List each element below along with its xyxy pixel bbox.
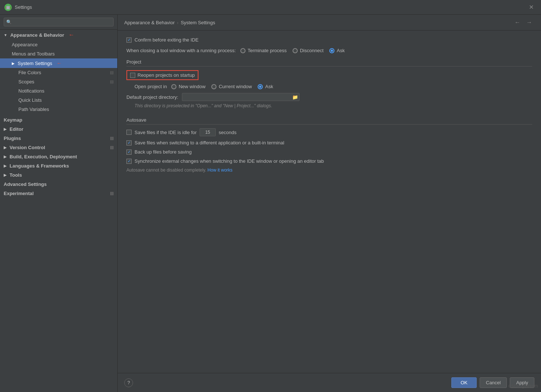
how-it-works-link[interactable]: How it works: [208, 168, 233, 173]
confirm-exit-checkbox-wrapper[interactable]: Confirm before exiting the IDE: [126, 37, 198, 43]
terminate-label: Terminate process: [248, 48, 287, 53]
open-in-label: Open project in: [135, 84, 167, 89]
save-idle-checkbox[interactable]: [126, 130, 132, 135]
ask-process-radio[interactable]: [329, 48, 334, 53]
default-dir-input[interactable]: [182, 93, 300, 101]
cancel-button[interactable]: Cancel: [480, 377, 507, 388]
disconnect-radio[interactable]: [293, 48, 298, 53]
exp-icon: ▤: [110, 191, 114, 196]
save-switch-label: Save files when switching to a different…: [135, 140, 284, 145]
sidebar-item-plugins[interactable]: Plugins ▤: [0, 134, 117, 143]
sidebar-item-keymap[interactable]: Keymap: [0, 115, 117, 125]
sidebar-item-advanced-settings[interactable]: Advanced Settings: [0, 180, 117, 189]
sidebar-item-scopes[interactable]: Scopes ▤: [0, 77, 117, 86]
sidebar-item-path-variables[interactable]: Path Variables: [0, 105, 117, 114]
forward-button[interactable]: →: [524, 18, 534, 26]
save-idle-row: Save files if the IDE is idle for 15 sec…: [126, 128, 532, 136]
red-arrow-2: ←: [57, 60, 62, 66]
disconnect-option[interactable]: Disconnect: [293, 48, 323, 53]
sidebar: 🔍 ▼ Appearance & Behavior ← Appearance M…: [0, 15, 118, 392]
sidebar-item-label: Editor: [10, 126, 24, 132]
vc-arrow: ▶: [4, 145, 7, 150]
save-idle-wrapper[interactable]: Save files if the IDE is idle for: [126, 130, 197, 135]
breadcrumb: Appearance & Behavior › System Settings …: [118, 15, 541, 30]
save-switch-row: Save files when switching to a different…: [126, 140, 532, 145]
breadcrumb-separator: ›: [177, 20, 178, 25]
sidebar-item-languages[interactable]: ▶ Languages & Frameworks: [0, 161, 117, 170]
sync-external-wrapper[interactable]: Synchronize external changes when switch…: [126, 158, 324, 164]
watermark: CSDN @秋知叶i: [508, 384, 538, 389]
window-title: Settings: [15, 4, 526, 10]
sidebar-item-label: Advanced Settings: [4, 181, 47, 187]
closing-process-label: When closing a tool window with a runnin…: [126, 48, 236, 53]
sidebar-item-file-colors[interactable]: File Colors ▤: [0, 68, 117, 77]
ok-button[interactable]: OK: [451, 377, 477, 388]
save-switch-checkbox[interactable]: [126, 140, 132, 145]
terminate-radio[interactable]: [240, 48, 246, 53]
backup-checkbox[interactable]: [126, 150, 132, 155]
sync-external-row: Synchronize external changes when switch…: [126, 158, 532, 164]
ask-process-option[interactable]: Ask: [329, 48, 345, 53]
sidebar-item-version-control[interactable]: ▶ Version Control ▤: [0, 143, 117, 152]
title-bar: 🤖 Settings ✕: [0, 0, 541, 15]
save-switch-wrapper[interactable]: Save files when switching to a different…: [126, 140, 284, 145]
breadcrumb-nav: ← →: [512, 18, 534, 26]
ask-open-option[interactable]: Ask: [258, 84, 273, 89]
sidebar-item-tools[interactable]: ▶ Tools: [0, 170, 117, 180]
confirm-exit-row: Confirm before exiting the IDE: [126, 37, 532, 43]
ask-open-radio[interactable]: [258, 84, 263, 89]
sidebar-item-label: Plugins: [4, 136, 21, 141]
sidebar-item-appearance[interactable]: Appearance: [0, 40, 117, 49]
current-window-option[interactable]: Current window: [211, 84, 252, 89]
default-dir-row: Default project directory: 📁: [126, 93, 532, 101]
sidebar-item-system-settings[interactable]: ▶ System Settings ←: [0, 58, 117, 68]
sidebar-item-editor[interactable]: ▶ Editor: [0, 125, 117, 134]
footer-left: ?: [124, 378, 133, 387]
tools-arrow: ▶: [4, 173, 7, 177]
sidebar-item-label: Appearance: [12, 42, 37, 47]
sidebar-item-menus-toolbars[interactable]: Menus and Toolbars: [0, 49, 117, 58]
sidebar-section-label: Appearance & Behavior: [10, 32, 64, 38]
current-window-radio[interactable]: [211, 84, 216, 89]
content-area: 🔍 ▼ Appearance & Behavior ← Appearance M…: [0, 15, 541, 392]
new-window-label: New window: [179, 84, 205, 89]
new-window-option[interactable]: New window: [171, 84, 205, 89]
red-arrow-indicator: ←: [69, 32, 75, 38]
sidebar-item-label: Experimental: [4, 191, 34, 196]
sync-external-checkbox[interactable]: [126, 159, 132, 164]
build-arrow: ▶: [4, 155, 7, 159]
terminate-option[interactable]: Terminate process: [240, 48, 287, 53]
back-button[interactable]: ←: [512, 18, 523, 26]
closing-process-row: When closing a tool window with a runnin…: [126, 48, 532, 53]
open-project-row: Open project in New window Current windo…: [126, 84, 532, 89]
sidebar-item-build[interactable]: ▶ Build, Execution, Deployment: [0, 152, 117, 161]
sidebar-item-label: Keymap: [4, 117, 22, 123]
search-input[interactable]: [4, 18, 114, 26]
close-button[interactable]: ✕: [526, 2, 537, 12]
new-window-radio[interactable]: [171, 84, 176, 89]
sidebar-item-label: Languages & Frameworks: [10, 163, 69, 169]
vc-icon: ▤: [110, 145, 114, 150]
sidebar-item-label: System Settings: [18, 61, 52, 66]
breadcrumb-parent: Appearance & Behavior: [124, 20, 175, 25]
backup-wrapper[interactable]: Back up files before saving: [126, 149, 191, 155]
autosave-note-row: Autosave cannot be disabled completely. …: [126, 168, 532, 173]
ask-open-label: Ask: [265, 84, 273, 89]
sidebar-item-experimental[interactable]: Experimental ▤: [0, 189, 117, 198]
sidebar-item-quick-lists[interactable]: Quick Lists: [0, 96, 117, 105]
breadcrumb-current: System Settings: [181, 20, 215, 25]
sidebar-item-appearance-behavior[interactable]: ▼ Appearance & Behavior ←: [0, 30, 117, 40]
help-button[interactable]: ?: [124, 378, 133, 387]
backup-label: Back up files before saving: [135, 149, 191, 155]
autosave-note-text: Autosave cannot be disabled completely.: [126, 168, 206, 173]
confirm-exit-checkbox[interactable]: [126, 37, 132, 43]
sidebar-item-label: Path Variables: [18, 107, 49, 112]
backup-row: Back up files before saving: [126, 149, 532, 155]
idle-seconds-input[interactable]: 15: [200, 128, 216, 136]
reopen-projects-wrapper[interactable]: Reopen projects on startup: [126, 70, 198, 80]
reopen-projects-checkbox[interactable]: [130, 73, 135, 78]
sub-arrow: ▶: [12, 61, 15, 65]
sidebar-item-notifications[interactable]: Notifications: [0, 86, 117, 96]
browse-dir-button[interactable]: 📁: [292, 94, 298, 100]
settings-content: Confirm before exiting the IDE When clos…: [118, 30, 541, 373]
